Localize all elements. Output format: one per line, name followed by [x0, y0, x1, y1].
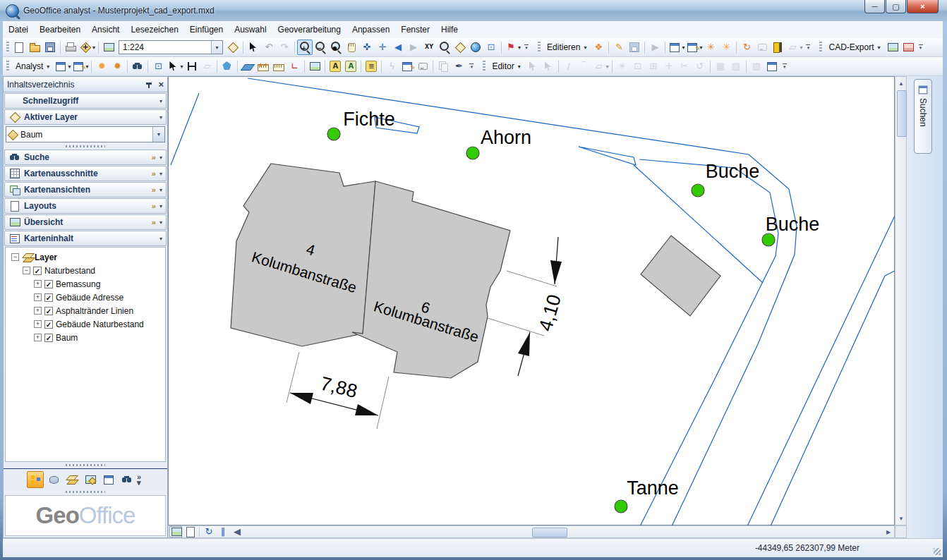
toc-selection-button[interactable]	[82, 471, 99, 488]
door-tool-button[interactable]	[770, 39, 785, 55]
caret-down-icon[interactable]: ▾	[159, 154, 162, 161]
toolbar-overflow-button[interactable]: ▾	[917, 44, 925, 50]
reshape-tool-button[interactable]: ⊡	[630, 59, 646, 74]
cad-export-settings-button[interactable]	[900, 39, 916, 55]
pin-icon[interactable]	[145, 81, 152, 88]
move-tool-button[interactable]: ✛	[661, 59, 677, 74]
toolbar-grip[interactable]	[819, 42, 822, 53]
scroll-left-button[interactable]: ◀	[231, 526, 243, 537]
menu-anpassen[interactable]: Anpassen	[346, 23, 395, 37]
toolbar-grip[interactable]	[6, 61, 9, 72]
section-uebersicht[interactable]: Übersicht»▾	[4, 214, 167, 230]
node-tool-button[interactable]: ⊞	[646, 59, 661, 74]
panel-header[interactable]: Inhaltsverzeichnis ×	[4, 77, 167, 92]
clip-disabled-button[interactable]: ▱	[199, 59, 215, 74]
map-canvas[interactable]: FichteAhornBucheBucheTanne4Kolumbanstraß…	[169, 77, 895, 526]
tree-expander-icon[interactable]: −	[11, 253, 19, 261]
full-extent-button[interactable]: ●	[328, 39, 344, 55]
layer-checkbox[interactable]: ✓	[44, 307, 53, 315]
toolbar-grip[interactable]	[6, 42, 9, 53]
section-karteninhalt[interactable]: Karteninhalt▾	[4, 231, 167, 246]
measure-segment-button[interactable]	[183, 59, 199, 74]
map-viewport[interactable]: FichteAhornBucheBucheTanne4Kolumbanstraß…	[168, 76, 895, 525]
section-kartenansichten[interactable]: Kartenansichten»▾	[4, 182, 167, 197]
clip-tool-button[interactable]: ▱▾	[785, 39, 803, 55]
continue-edit-button[interactable]: ▶	[647, 39, 663, 55]
tree-item-naturbestand[interactable]: −✓Naturbestand	[6, 264, 165, 277]
flash-feature-button[interactable]: ϟ	[384, 59, 399, 74]
scroll-down-icon[interactable]: ▼	[895, 513, 907, 524]
attribute-table-button[interactable]: ▦	[713, 59, 728, 74]
export-view-button[interactable]	[307, 59, 322, 74]
select-features-button[interactable]: ▾	[166, 59, 183, 74]
editieren-menu-button[interactable]: Editieren▾	[543, 41, 591, 54]
tree-expander-icon[interactable]: +	[34, 320, 42, 328]
title-bar[interactable]: GeoOffice analyst - Musterprojekt_cad_ex…	[0, 0, 947, 21]
menu-auswahl[interactable]: Auswahl	[229, 23, 272, 37]
measure-add-button[interactable]: ++	[255, 59, 271, 74]
sketch-properties-button[interactable]: ▨	[728, 59, 744, 74]
search-flyout-tab[interactable]: Suchen	[914, 79, 932, 154]
section-kartenausschnitte[interactable]: Kartenausschnitte»▾	[4, 166, 167, 181]
data-view-button[interactable]	[169, 526, 182, 537]
toc-overflow-button[interactable]: »▾	[137, 474, 141, 485]
flatten-button[interactable]	[240, 59, 255, 74]
toolbar-grip[interactable]	[538, 42, 541, 53]
toolbar-overflow-button[interactable]: ▾	[467, 63, 476, 69]
go-to-scale-button[interactable]	[101, 39, 116, 55]
caret-down-icon[interactable]: ▾	[159, 236, 162, 242]
toc-drawing-order-button[interactable]	[27, 471, 44, 488]
callout-button[interactable]	[415, 59, 430, 74]
map-vertical-scrollbar[interactable]: ▲ ▼	[895, 76, 907, 525]
tree-expander-icon[interactable]: +	[34, 307, 42, 315]
cad-export-menu-button[interactable]: CAD-Export▾	[824, 41, 884, 54]
toolbar-overflow-button[interactable]: ▾	[780, 63, 789, 69]
editor-select-button[interactable]	[525, 59, 541, 74]
zoom-in-button[interactable]: +	[297, 39, 313, 55]
label-note-button[interactable]: A	[327, 59, 343, 74]
scroll-right-icon[interactable]: ▶	[883, 526, 894, 537]
comment-button[interactable]	[754, 39, 770, 55]
rotate-tool-button[interactable]: ↺	[692, 59, 708, 74]
layer-checkbox[interactable]: ✓	[44, 334, 53, 342]
toc-search-button[interactable]	[119, 471, 135, 488]
label-layer-button[interactable]: A	[343, 59, 358, 74]
merge-feature-button[interactable]: ✳	[718, 39, 734, 55]
text-note-button[interactable]: ≡	[363, 59, 379, 74]
layer-checkbox[interactable]: ✓	[44, 293, 53, 302]
layout-view-button[interactable]	[183, 526, 196, 537]
endpoint-tool-button[interactable]: ✳	[615, 59, 630, 74]
snapping-button[interactable]: ❖	[591, 39, 606, 55]
horizontal-scroll-thumb[interactable]	[532, 528, 567, 537]
print-button[interactable]	[63, 39, 78, 55]
scroll-up-icon[interactable]: ▲	[895, 78, 907, 89]
vertical-scroll-thumb[interactable]	[897, 90, 907, 137]
minimize-button[interactable]: ─	[864, 0, 885, 13]
drag-handle[interactable]	[4, 489, 167, 494]
menu-geoverarbeitung[interactable]: Geoverarbeitung	[272, 23, 346, 37]
driveway-edge-2[interactable]	[770, 271, 895, 526]
building-small[interactable]	[641, 236, 720, 316]
section-aktiver-layer[interactable]: Aktiver Layer▾	[4, 109, 167, 125]
caret-down-icon[interactable]: ▾	[159, 187, 162, 193]
toc-legend-button[interactable]	[100, 471, 117, 488]
parcel-edge-left[interactable]	[171, 93, 199, 165]
analyst-menu-button[interactable]: Analyst▾	[11, 60, 54, 73]
rotate-feature-button[interactable]: ↻	[739, 39, 754, 55]
trace-tool-button[interactable]: ▱▾	[592, 59, 610, 74]
tree-expander-icon[interactable]: +	[34, 280, 42, 288]
caret-down-icon[interactable]: ▾	[159, 203, 162, 209]
active-layer-dropdown-button[interactable]: ▼	[152, 127, 164, 142]
scale-dropdown-button[interactable]: ▼	[211, 41, 222, 54]
tree-item-asphaltraender-linien[interactable]: +✓Asphaltränder Linien	[6, 304, 165, 317]
tree-item-layer[interactable]: −Layer	[6, 250, 165, 264]
caret-down-icon[interactable]: ▾	[159, 219, 162, 226]
section-suche[interactable]: Suche»▾	[4, 150, 167, 165]
redo-button[interactable]: ↷	[277, 39, 292, 55]
attribute-editor-button[interactable]: ▾	[685, 39, 703, 55]
pause-drawing-button[interactable]: ‖	[217, 526, 229, 537]
split-feature-button[interactable]: ✳	[703, 39, 718, 55]
line-segment-button[interactable]: /	[561, 59, 577, 74]
toc-source-button[interactable]	[45, 471, 62, 488]
cad-export-image-button[interactable]	[885, 39, 900, 55]
